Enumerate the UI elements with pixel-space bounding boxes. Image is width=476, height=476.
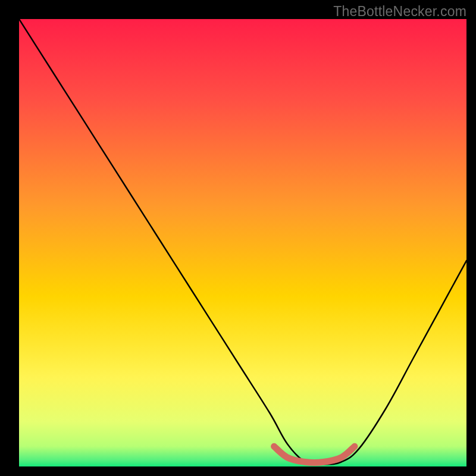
chart-svg [0,0,476,476]
bottleneck-chart: TheBottleNecker.com [0,0,476,476]
watermark-label: TheBottleNecker.com [333,4,466,20]
chart-plot-area [19,19,466,466]
